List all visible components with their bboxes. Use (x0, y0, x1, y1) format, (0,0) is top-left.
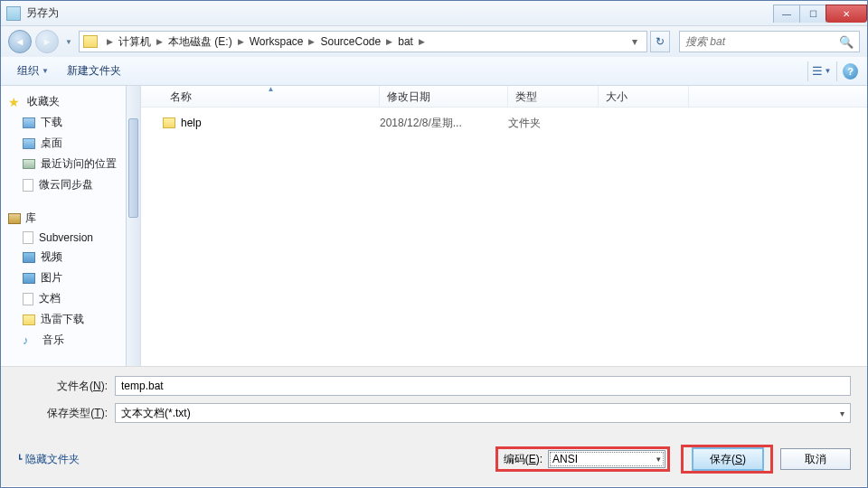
crumb-sourcecode[interactable]: SourceCode (318, 35, 382, 48)
save-as-dialog: 另存为 — ☐ ✕ ◄ ► ▼ ▶ 计算机 ▶ 本地磁盘 (E:) ▶ Work… (0, 0, 868, 488)
nav-back-button[interactable]: ◄ (8, 30, 32, 53)
chevron-right-icon: ▶ (305, 37, 318, 46)
chevron-right-icon: ▶ (153, 37, 166, 46)
chevron-right-icon: ▶ (234, 37, 248, 46)
save-highlight: 保存(S) (681, 445, 773, 474)
bottom-panel: 文件名(N): temp.bat 保存类型(T): 文本文档(*.txt) ┗隐… (1, 366, 867, 486)
sidebar-favorites-header[interactable]: ★收藏夹 (8, 91, 140, 112)
maximize-button[interactable]: ☐ (799, 5, 826, 23)
filename-input[interactable]: temp.bat (115, 376, 851, 396)
nav-sidebar: ★收藏夹 下载 桌面 最近访问的位置 微云同步盘 库 Subversion 视频… (1, 86, 141, 366)
desktop-icon (23, 138, 35, 149)
new-folder-button[interactable]: 新建文件夹 (60, 60, 128, 82)
refresh-button[interactable]: ↻ (650, 31, 670, 52)
savetype-label: 保存类型(T): (17, 406, 115, 421)
breadcrumb-bar[interactable]: ▶ 计算机 ▶ 本地磁盘 (E:) ▶ Workspace ▶ SourceCo… (79, 31, 647, 52)
minimize-button[interactable]: — (773, 5, 800, 23)
savetype-select[interactable]: 文本文档(*.txt) (115, 403, 851, 423)
sidebar-item-music[interactable]: ♪音乐 (8, 330, 140, 351)
help-button[interactable]: ? (836, 61, 858, 81)
sidebar-item-thunder[interactable]: 迅雷下载 (8, 309, 140, 330)
notepad-icon (6, 6, 21, 21)
address-bar: ◄ ► ▼ ▶ 计算机 ▶ 本地磁盘 (E:) ▶ Workspace ▶ So… (1, 26, 867, 57)
music-icon: ♪ (23, 334, 37, 347)
titlebar: 另存为 — ☐ ✕ (1, 1, 867, 26)
sidebar-item-videos[interactable]: 视频 (8, 247, 140, 267)
crumb-workspace[interactable]: Workspace (248, 35, 306, 48)
doc-icon (23, 293, 33, 305)
search-box[interactable]: 🔍 (679, 31, 860, 52)
window-title: 另存为 (26, 5, 774, 21)
file-row[interactable]: help 2018/12/8/星期... 文件夹 (163, 113, 867, 133)
organize-button[interactable]: 组织▼ (10, 60, 56, 82)
help-icon: ? (843, 63, 858, 80)
star-icon: ★ (8, 96, 23, 108)
chevron-right-icon: ▶ (415, 37, 429, 46)
col-name[interactable]: ▲名称 (163, 86, 380, 107)
doc-icon (23, 179, 33, 192)
file-type: 文件夹 (508, 116, 599, 131)
cancel-button[interactable]: 取消 (780, 448, 851, 470)
picture-icon (23, 273, 35, 284)
sidebar-libraries-header[interactable]: 库 (8, 208, 140, 229)
window-controls: — ☐ ✕ (774, 5, 867, 23)
sidebar-item-recent[interactable]: 最近访问的位置 (8, 154, 140, 174)
sidebar-scrollbar[interactable] (126, 86, 140, 366)
breadcrumb-dropdown[interactable]: ▾ (627, 35, 643, 48)
sidebar-item-downloads[interactable]: 下载 (8, 112, 140, 133)
nav-forward-button: ► (35, 30, 59, 53)
view-options-button[interactable]: ☰ ▼ (807, 61, 829, 81)
file-pane: ▲名称 修改日期 类型 大小 help 2018/12/8/星期... 文件夹 (141, 86, 867, 366)
chevron-down-icon: ▼ (42, 67, 49, 75)
col-type[interactable]: 类型 (508, 86, 599, 107)
file-list[interactable]: help 2018/12/8/星期... 文件夹 (141, 108, 867, 366)
search-input[interactable] (685, 35, 839, 48)
hide-folders-toggle[interactable]: ┗隐藏文件夹 (17, 452, 80, 467)
nav-history-dropdown[interactable]: ▼ (62, 30, 75, 53)
close-button[interactable]: ✕ (826, 5, 867, 23)
folder-icon (83, 35, 98, 48)
scrollbar-thumb[interactable] (128, 118, 138, 218)
toolbar: 组织▼ 新建文件夹 ☰ ▼ ? (1, 57, 867, 86)
sidebar-item-weiyun[interactable]: 微云同步盘 (8, 174, 140, 195)
crumb-drive[interactable]: 本地磁盘 (E:) (166, 34, 234, 50)
doc-icon (23, 231, 33, 244)
folder-icon (23, 314, 35, 325)
search-icon[interactable]: 🔍 (839, 35, 854, 49)
sidebar-item-pictures[interactable]: 图片 (8, 267, 140, 288)
crumb-bat[interactable]: bat (396, 35, 415, 48)
encoding-highlight: 编码(E): ANSI (495, 446, 670, 472)
downloads-icon (23, 117, 35, 128)
file-date: 2018/12/8/星期... (380, 116, 508, 131)
col-size[interactable]: 大小 (599, 86, 689, 107)
file-name: help (181, 117, 202, 129)
chevron-right-icon: ▶ (382, 37, 396, 46)
sort-asc-icon: ▲ (268, 85, 275, 93)
recent-icon (23, 159, 35, 169)
libraries-icon (8, 213, 21, 224)
crumb-computer[interactable]: 计算机 (117, 34, 153, 50)
folder-icon (163, 117, 175, 128)
filename-label: 文件名(N): (17, 379, 115, 394)
collapse-icon: ┗ (17, 455, 22, 464)
dialog-body: ★收藏夹 下载 桌面 最近访问的位置 微云同步盘 库 Subversion 视频… (1, 86, 867, 366)
sidebar-item-subversion[interactable]: Subversion (8, 229, 140, 247)
col-date[interactable]: 修改日期 (380, 86, 508, 107)
sidebar-item-documents[interactable]: 文档 (8, 288, 140, 309)
save-button[interactable]: 保存(S) (693, 448, 763, 470)
encoding-label: 编码(E): (504, 452, 542, 467)
video-icon (23, 252, 35, 263)
sidebar-item-desktop[interactable]: 桌面 (8, 133, 140, 154)
encoding-select[interactable]: ANSI (548, 450, 665, 468)
column-headers: ▲名称 修改日期 类型 大小 (141, 86, 867, 108)
chevron-right-icon: ▶ (103, 37, 117, 46)
